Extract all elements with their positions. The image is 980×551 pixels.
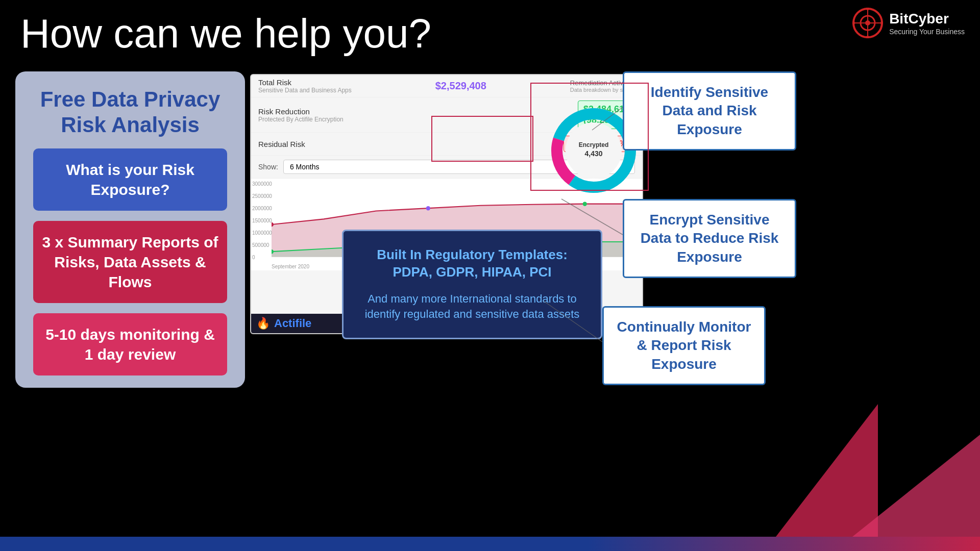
risk-reduction-sublabel: Protected By Actifile Encryption	[258, 116, 344, 123]
actifile-name: Actifile	[274, 317, 311, 330]
risk-exposure-button[interactable]: What is your Risk Exposure?	[33, 148, 227, 211]
callout-identify-text: Identify Sensitive Data and Risk Exposur…	[651, 84, 768, 137]
left-panel: Free Data Privacy Risk Analysis What is …	[15, 71, 245, 388]
risk-reduction-label: Risk Reduction	[258, 107, 344, 116]
total-risk-value: $2,529,408	[435, 80, 486, 92]
residual-risk-label: Residual Risk	[258, 140, 305, 148]
total-risk-sublabel: Sensitive Data and Business Apps	[258, 87, 352, 94]
monitoring-button[interactable]: 5-10 days monitoring & 1 day review	[33, 313, 227, 375]
callout-encrypt: Encrypt Sensitive Data to Reduce Risk Ex…	[623, 199, 796, 278]
callout-identify: Identify Sensitive Data and Risk Exposur…	[623, 71, 796, 151]
actifile-flame-icon: 🔥	[256, 317, 270, 330]
bottom-bar	[0, 537, 980, 551]
bitcyber-logo-icon	[852, 8, 883, 38]
triangle-decoration-2	[852, 435, 980, 537]
svg-point-8	[880, 21, 883, 24]
svg-point-6	[866, 36, 869, 38]
regulatory-title: Built In Regulatory Templates: PDPA, GDP…	[356, 246, 588, 281]
svg-point-5	[866, 8, 869, 10]
svg-text:Encrypted: Encrypted	[579, 141, 609, 148]
total-risk-row: Total Risk Sensitive Data and Business A…	[251, 75, 642, 97]
regulatory-body: And many more International standards to…	[356, 291, 588, 323]
logo-tagline: Securing Your Business	[889, 28, 965, 36]
regulatory-box: Built In Regulatory Templates: PDPA, GDP…	[342, 230, 602, 339]
logo-name: BitCyber	[889, 10, 965, 28]
svg-point-13	[583, 202, 587, 206]
chart-y-labels: 3000000 2500000 2000000 1500000 1000000 …	[252, 181, 272, 260]
callout-encrypt-text: Encrypt Sensitive Data to Reduce Risk Ex…	[641, 212, 779, 265]
callout-monitor-text: Continually Monitor & Report Risk Exposu…	[617, 319, 751, 372]
panel-title: Free Data Privacy Risk Analysis	[28, 87, 232, 138]
x-axis-label: September 2020	[272, 264, 309, 269]
svg-point-12	[426, 206, 430, 211]
callout-monitor: Continually Monitor & Report Risk Exposu…	[602, 306, 766, 385]
svg-text:4,430: 4,430	[584, 149, 602, 158]
logo: BitCyber Securing Your Business	[852, 8, 965, 38]
show-label: Show:	[258, 163, 278, 171]
summary-reports-button[interactable]: 3 x Summary Reports of Risks, Data Asset…	[33, 221, 227, 303]
svg-point-4	[865, 20, 870, 26]
total-risk-label: Total Risk	[258, 78, 352, 87]
page-title: How can we help you?	[20, 10, 431, 57]
svg-point-7	[852, 21, 855, 24]
